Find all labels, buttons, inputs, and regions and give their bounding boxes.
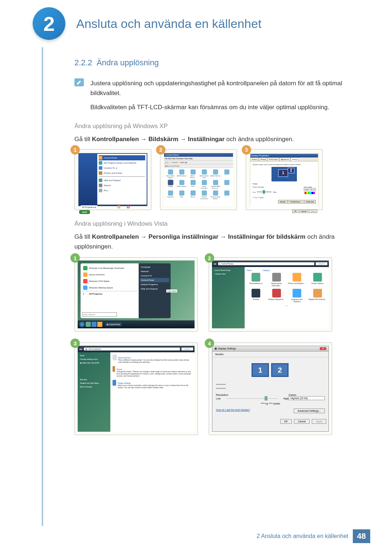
- vista-screenshot-1: 1 Windows Live Messenger Download Norton…: [74, 257, 198, 332]
- vista-screenshot-4: 4 ▦ Display Settings✕ Monitor 1 2 ******…: [209, 342, 332, 435]
- chapter-title: Ansluta och använda en källenhet: [76, 17, 261, 31]
- xp-path-text: Gå till Kontrollpanelen → Bildskärm → In…: [74, 134, 359, 144]
- vista-subheading: Ändra upplösning i Windows Vista: [74, 220, 359, 227]
- step-badge-2: 2: [156, 145, 166, 155]
- decorative-sidebar-line: [42, 47, 43, 526]
- step-badge-2: 2: [205, 253, 214, 263]
- xp-screenshot-1: 1 Control Panel Set Program Access and D…: [74, 149, 151, 210]
- step-badge-3: 3: [242, 145, 251, 155]
- pencil-icon: [74, 78, 84, 86]
- page-number: 48: [353, 529, 370, 543]
- step-badge-1: 1: [70, 145, 80, 155]
- intro-paragraph-2: Bildkvaliteten på TFT-LCD-skärmar kan fö…: [90, 102, 359, 112]
- vista-screenshot-2: 2 ◀ ▶ ▸ Control Panel ▸ Search Control P…: [209, 257, 332, 332]
- step-badge-3: 3: [70, 338, 80, 348]
- step-badge-4: 4: [205, 338, 214, 348]
- step-badge-1: 1: [70, 253, 80, 263]
- vista-path-text: Gå till Kontrollpanelen → Personliga ins…: [74, 232, 359, 251]
- close-icon: ✕: [320, 347, 326, 350]
- xp-screenshot-3: 3 Display Properties ThemesDesktopScreen…: [246, 149, 323, 210]
- section-title: 2.2.2 Ändra upplösning: [74, 58, 359, 67]
- xp-screenshot-2: 2 Control Panel File Edit View Favorites…: [160, 149, 237, 210]
- chapter-number-badge: 2: [33, 7, 65, 40]
- vista-screenshot-3: 3 ◀ ▶ ▦ ▪ Personalization Search Tasks C…: [74, 342, 198, 435]
- footer-text: 2 Ansluta och använda en källenhet: [257, 533, 348, 539]
- intro-paragraph-1: Justera upplösning och uppdateringshasti…: [90, 78, 359, 98]
- xp-subheading: Ändra upplösning på Windows XP: [74, 123, 359, 130]
- start-orb-icon: [79, 321, 85, 327]
